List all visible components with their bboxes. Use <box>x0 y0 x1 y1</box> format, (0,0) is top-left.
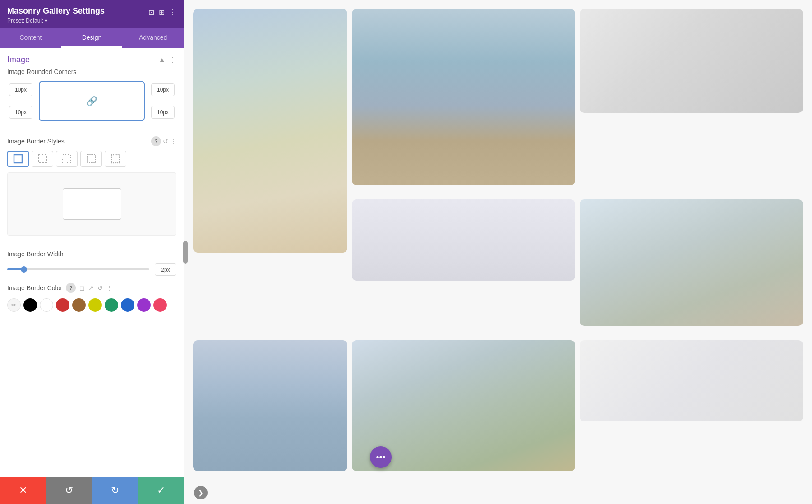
divider-2 <box>7 243 176 243</box>
grid-icon[interactable]: ⊞ <box>159 8 165 17</box>
corner-image-box: 🔗 <box>39 81 145 121</box>
undo-button[interactable]: ↺ <box>46 477 92 504</box>
swatch-edit[interactable]: ✏ <box>7 298 21 312</box>
border-styles-help[interactable]: ? <box>151 136 161 146</box>
border-color-section: Image Border Color ? ◻ ↗ ↺ ⋮ ✏ <box>0 283 184 312</box>
border-color-header: Image Border Color ? ◻ ↗ ↺ ⋮ <box>7 283 176 293</box>
corner-br <box>149 106 176 119</box>
panel-content: Image ▲ ⋮ Image Rounded Corners 🔗 <box>0 48 184 504</box>
link-icon: 🔗 <box>86 96 97 106</box>
swatch-brown[interactable] <box>72 298 86 312</box>
page-nav-arrow[interactable]: ❯ <box>194 486 208 499</box>
gallery-area: ••• ❯ <box>184 0 812 504</box>
svg-rect-2 <box>63 155 71 163</box>
tab-content[interactable]: Content <box>0 28 61 48</box>
section-title: Image <box>7 55 30 65</box>
panel-header-icons: ⊡ ⊞ ⋮ <box>148 6 176 17</box>
color-more-icon[interactable]: ⋮ <box>106 284 113 291</box>
rounded-corners-label: Image Rounded Corners <box>7 68 176 75</box>
resize-handle[interactable] <box>183 241 188 264</box>
panel-header: Masonry Gallery Settings Preset: Default… <box>0 0 184 28</box>
slider-row: 2px <box>7 263 176 276</box>
divider-1 <box>7 129 176 129</box>
border-styles-more[interactable]: ⋮ <box>170 138 176 145</box>
corner-tl-input[interactable] <box>9 83 32 96</box>
corner-bl-input[interactable] <box>9 106 32 119</box>
svg-rect-3 <box>87 155 95 163</box>
gallery-image-4[interactable] <box>352 199 575 281</box>
border-width-label: Image Border Width <box>7 250 176 258</box>
settings-panel: Masonry Gallery Settings Preset: Default… <box>0 0 184 504</box>
gallery-image-5[interactable] <box>580 199 803 326</box>
corner-tr-input[interactable] <box>151 83 175 96</box>
section-icons: ▲ ⋮ <box>158 55 176 64</box>
more-options-icon[interactable]: ⋮ <box>169 8 176 17</box>
svg-rect-1 <box>38 155 46 163</box>
section-more-icon[interactable]: ⋮ <box>169 55 176 64</box>
border-width-slider[interactable] <box>7 268 149 270</box>
corner-bl <box>7 106 34 119</box>
border-preview-inner <box>63 188 121 220</box>
bottom-bar: ✕ ↺ ↻ ✓ <box>0 477 184 504</box>
border-color-help[interactable]: ? <box>66 283 76 293</box>
eyedropper-icon[interactable]: ◻ <box>79 284 85 291</box>
border-btn-dashed1[interactable] <box>32 151 53 167</box>
gallery-image-8[interactable] <box>580 340 803 421</box>
panel-preset[interactable]: Preset: Default ▾ <box>7 18 105 24</box>
panel-title: Masonry Gallery Settings <box>7 6 105 16</box>
border-width-section: Image Border Width 2px <box>0 250 184 283</box>
chat-button[interactable]: ••• <box>370 446 392 468</box>
gallery-image-2[interactable] <box>352 9 575 185</box>
redo-button[interactable]: ↻ <box>92 477 138 504</box>
swatch-purple[interactable] <box>137 298 151 312</box>
border-color-label: Image Border Color <box>7 284 62 291</box>
tabs-bar: Content Design Advanced <box>0 28 184 48</box>
border-btn-dotted2[interactable] <box>105 151 126 167</box>
save-button[interactable]: ✓ <box>138 477 184 504</box>
border-btn-solid[interactable] <box>7 151 29 167</box>
gallery-grid <box>193 9 803 495</box>
gallery-image-1[interactable] <box>193 9 347 253</box>
svg-rect-0 <box>14 155 22 163</box>
corner-control: 🔗 <box>7 81 176 121</box>
swatch-pink-red[interactable] <box>153 298 167 312</box>
corner-tl <box>7 83 34 96</box>
corner-br-input[interactable] <box>151 106 175 119</box>
tab-design[interactable]: Design <box>61 28 123 48</box>
swatch-white[interactable] <box>40 298 53 312</box>
border-buttons <box>0 151 184 172</box>
color-arrow-icon[interactable]: ↗ <box>88 284 94 291</box>
swatch-blue[interactable] <box>121 298 134 312</box>
corner-tr <box>149 83 176 96</box>
image-rounded-corners-group: Image Rounded Corners 🔗 <box>0 68 184 129</box>
gallery-image-3[interactable] <box>580 9 803 113</box>
border-styles-header: Image Border Styles ? ↺ ⋮ <box>0 136 184 151</box>
swatch-black[interactable] <box>23 298 37 312</box>
section-collapse-icon[interactable]: ▲ <box>158 56 166 64</box>
swatch-green[interactable] <box>105 298 118 312</box>
color-swatches: ✏ <box>7 298 176 312</box>
tab-advanced[interactable]: Advanced <box>122 28 184 48</box>
border-btn-dashed2[interactable] <box>56 151 78 167</box>
corner-grid: 🔗 <box>7 81 176 121</box>
border-width-value: 2px <box>155 263 176 276</box>
swatch-red[interactable] <box>56 298 69 312</box>
svg-rect-4 <box>111 155 120 163</box>
border-style-icons: ? ↺ ⋮ <box>151 136 176 146</box>
border-btn-dotted1[interactable] <box>80 151 102 167</box>
gallery-image-6[interactable] <box>193 340 347 471</box>
color-reset-icon[interactable]: ↺ <box>97 284 103 291</box>
swatch-yellow[interactable] <box>88 298 102 312</box>
cancel-button[interactable]: ✕ <box>0 477 46 504</box>
panel-header-text: Masonry Gallery Settings Preset: Default… <box>7 6 105 24</box>
border-styles-label: Image Border Styles <box>7 138 65 145</box>
section-header: Image ▲ ⋮ <box>0 48 184 68</box>
responsive-icon[interactable]: ⊡ <box>148 8 154 17</box>
border-preview <box>7 172 176 236</box>
border-styles-reset[interactable]: ↺ <box>163 138 168 145</box>
